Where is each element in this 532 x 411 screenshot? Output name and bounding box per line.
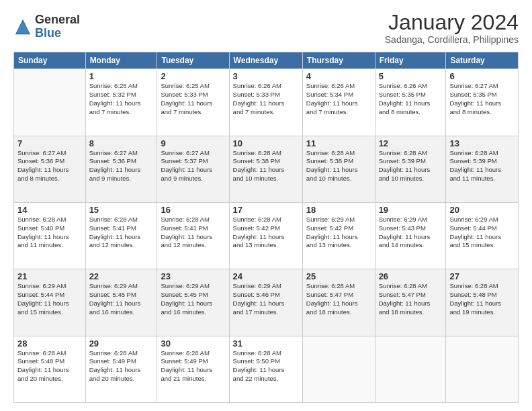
- day-number: 7: [17, 138, 82, 148]
- day-number: 30: [161, 338, 225, 349]
- day-info: Sunrise: 6:28 AM Sunset: 5:47 PM Dayligh…: [379, 282, 443, 316]
- calendar-cell: 18Sunrise: 6:29 AM Sunset: 5:42 PM Dayli…: [302, 202, 375, 269]
- calendar-cell: 19Sunrise: 6:29 AM Sunset: 5:43 PM Dayli…: [375, 202, 446, 269]
- day-info: Sunrise: 6:27 AM Sunset: 5:36 PM Dayligh…: [17, 149, 82, 183]
- day-info: Sunrise: 6:26 AM Sunset: 5:34 PM Dayligh…: [306, 82, 371, 116]
- calendar-cell: 25Sunrise: 6:28 AM Sunset: 5:47 PM Dayli…: [302, 269, 375, 336]
- calendar-header-sunday: Sunday: [14, 52, 86, 69]
- day-info: Sunrise: 6:29 AM Sunset: 5:45 PM Dayligh…: [161, 282, 225, 316]
- calendar-cell: 3Sunrise: 6:26 AM Sunset: 5:33 PM Daylig…: [229, 69, 302, 136]
- day-number: 3: [233, 71, 299, 81]
- calendar-cell: 4Sunrise: 6:26 AM Sunset: 5:34 PM Daylig…: [302, 69, 375, 136]
- calendar-header-wednesday: Wednesday: [229, 52, 302, 69]
- day-number: 16: [161, 205, 225, 215]
- calendar-cell: 10Sunrise: 6:28 AM Sunset: 5:38 PM Dayli…: [229, 136, 302, 202]
- day-info: Sunrise: 6:27 AM Sunset: 5:36 PM Dayligh…: [89, 149, 154, 183]
- day-info: Sunrise: 6:28 AM Sunset: 5:49 PM Dayligh…: [161, 349, 225, 383]
- day-info: Sunrise: 6:28 AM Sunset: 5:41 PM Dayligh…: [161, 216, 225, 250]
- day-number: 20: [449, 205, 515, 215]
- calendar-week-row: 21Sunrise: 6:29 AM Sunset: 5:44 PM Dayli…: [14, 269, 519, 336]
- calendar-cell: 16Sunrise: 6:28 AM Sunset: 5:41 PM Dayli…: [157, 202, 229, 269]
- day-number: 8: [89, 138, 154, 148]
- day-info: Sunrise: 6:27 AM Sunset: 5:35 PM Dayligh…: [449, 82, 515, 116]
- calendar-cell: 22Sunrise: 6:29 AM Sunset: 5:45 PM Dayli…: [85, 269, 157, 336]
- day-number: 26: [379, 271, 443, 281]
- day-number: 25: [306, 271, 371, 281]
- day-info: Sunrise: 6:28 AM Sunset: 5:41 PM Dayligh…: [89, 216, 154, 250]
- calendar-header-thursday: Thursday: [302, 52, 375, 69]
- day-number: 12: [379, 138, 443, 148]
- day-number: 29: [89, 338, 154, 349]
- calendar-cell: 11Sunrise: 6:28 AM Sunset: 5:38 PM Dayli…: [302, 136, 375, 202]
- day-info: Sunrise: 6:28 AM Sunset: 5:39 PM Dayligh…: [449, 149, 515, 183]
- calendar-cell: 9Sunrise: 6:27 AM Sunset: 5:37 PM Daylig…: [157, 136, 229, 202]
- day-number: 31: [233, 338, 299, 349]
- day-info: Sunrise: 6:28 AM Sunset: 5:49 PM Dayligh…: [89, 349, 154, 383]
- calendar-cell: 12Sunrise: 6:28 AM Sunset: 5:39 PM Dayli…: [375, 136, 446, 202]
- day-info: Sunrise: 6:28 AM Sunset: 5:50 PM Dayligh…: [233, 349, 299, 383]
- calendar-cell: 1Sunrise: 6:25 AM Sunset: 5:32 PM Daylig…: [85, 69, 157, 136]
- calendar-cell: 20Sunrise: 6:29 AM Sunset: 5:44 PM Dayli…: [446, 202, 519, 269]
- day-info: Sunrise: 6:29 AM Sunset: 5:45 PM Dayligh…: [89, 282, 154, 316]
- calendar-cell: 13Sunrise: 6:28 AM Sunset: 5:39 PM Dayli…: [446, 136, 519, 202]
- title-block: January 2024 Sadanga, Cordillera, Philip…: [385, 11, 519, 45]
- calendar-cell: [14, 69, 86, 136]
- day-number: 21: [17, 271, 82, 281]
- day-number: 13: [449, 138, 515, 148]
- day-info: Sunrise: 6:28 AM Sunset: 5:38 PM Dayligh…: [306, 149, 371, 183]
- day-info: Sunrise: 6:25 AM Sunset: 5:33 PM Dayligh…: [161, 82, 225, 116]
- day-info: Sunrise: 6:29 AM Sunset: 5:44 PM Dayligh…: [17, 282, 82, 316]
- calendar-cell: 17Sunrise: 6:28 AM Sunset: 5:42 PM Dayli…: [229, 202, 302, 269]
- calendar-header-row: SundayMondayTuesdayWednesdayThursdayFrid…: [14, 52, 519, 69]
- day-number: 18: [306, 205, 371, 215]
- main-title: January 2024: [385, 11, 519, 34]
- header: General Blue January 2024 Sadanga, Cordi…: [13, 11, 519, 45]
- calendar-cell: 5Sunrise: 6:26 AM Sunset: 5:35 PM Daylig…: [375, 69, 446, 136]
- day-info: Sunrise: 6:28 AM Sunset: 5:39 PM Dayligh…: [379, 149, 443, 183]
- calendar-cell: 15Sunrise: 6:28 AM Sunset: 5:41 PM Dayli…: [85, 202, 157, 269]
- calendar-cell: 6Sunrise: 6:27 AM Sunset: 5:35 PM Daylig…: [446, 69, 519, 136]
- day-number: 17: [233, 205, 299, 215]
- day-info: Sunrise: 6:29 AM Sunset: 5:46 PM Dayligh…: [233, 282, 299, 316]
- calendar-cell: 8Sunrise: 6:27 AM Sunset: 5:36 PM Daylig…: [85, 136, 157, 202]
- day-info: Sunrise: 6:28 AM Sunset: 5:40 PM Dayligh…: [17, 216, 82, 250]
- day-number: 22: [89, 271, 154, 281]
- day-info: Sunrise: 6:25 AM Sunset: 5:32 PM Dayligh…: [89, 82, 154, 116]
- calendar-cell: 21Sunrise: 6:29 AM Sunset: 5:44 PM Dayli…: [14, 269, 86, 336]
- calendar-cell: 30Sunrise: 6:28 AM Sunset: 5:49 PM Dayli…: [157, 336, 229, 402]
- logo-text: General Blue: [35, 13, 80, 40]
- day-number: 14: [17, 205, 82, 215]
- day-info: Sunrise: 6:28 AM Sunset: 5:48 PM Dayligh…: [449, 282, 515, 316]
- day-info: Sunrise: 6:28 AM Sunset: 5:42 PM Dayligh…: [233, 216, 299, 250]
- calendar-header-saturday: Saturday: [446, 52, 519, 69]
- day-info: Sunrise: 6:26 AM Sunset: 5:33 PM Dayligh…: [233, 82, 299, 116]
- logo-blue: Blue: [35, 27, 80, 40]
- day-number: 1: [89, 71, 154, 81]
- calendar-header-monday: Monday: [85, 52, 157, 69]
- day-number: 6: [449, 71, 515, 81]
- calendar-header-friday: Friday: [375, 52, 446, 69]
- day-number: 19: [379, 205, 443, 215]
- day-info: Sunrise: 6:28 AM Sunset: 5:47 PM Dayligh…: [306, 282, 371, 316]
- calendar-cell: [302, 336, 375, 402]
- logo-icon: [13, 17, 32, 36]
- day-number: 11: [306, 138, 371, 148]
- day-number: 23: [161, 271, 225, 281]
- calendar-cell: 28Sunrise: 6:28 AM Sunset: 5:48 PM Dayli…: [14, 336, 86, 402]
- logo-general: General: [35, 13, 80, 27]
- calendar-cell: 27Sunrise: 6:28 AM Sunset: 5:48 PM Dayli…: [446, 269, 519, 336]
- day-info: Sunrise: 6:29 AM Sunset: 5:43 PM Dayligh…: [379, 216, 443, 250]
- calendar-cell: 2Sunrise: 6:25 AM Sunset: 5:33 PM Daylig…: [157, 69, 229, 136]
- svg-marker-1: [16, 21, 30, 33]
- day-info: Sunrise: 6:29 AM Sunset: 5:44 PM Dayligh…: [449, 216, 515, 250]
- day-number: 5: [379, 71, 443, 81]
- calendar: SundayMondayTuesdayWednesdayThursdayFrid…: [13, 52, 519, 403]
- subtitle: Sadanga, Cordillera, Philippines: [385, 34, 519, 45]
- calendar-week-row: 28Sunrise: 6:28 AM Sunset: 5:48 PM Dayli…: [14, 336, 519, 402]
- day-number: 10: [233, 138, 299, 148]
- page: General Blue January 2024 Sadanga, Cordi…: [0, 0, 532, 411]
- calendar-cell: [446, 336, 519, 402]
- logo: General Blue: [13, 13, 80, 40]
- calendar-week-row: 1Sunrise: 6:25 AM Sunset: 5:32 PM Daylig…: [14, 69, 519, 136]
- day-number: 15: [89, 205, 154, 215]
